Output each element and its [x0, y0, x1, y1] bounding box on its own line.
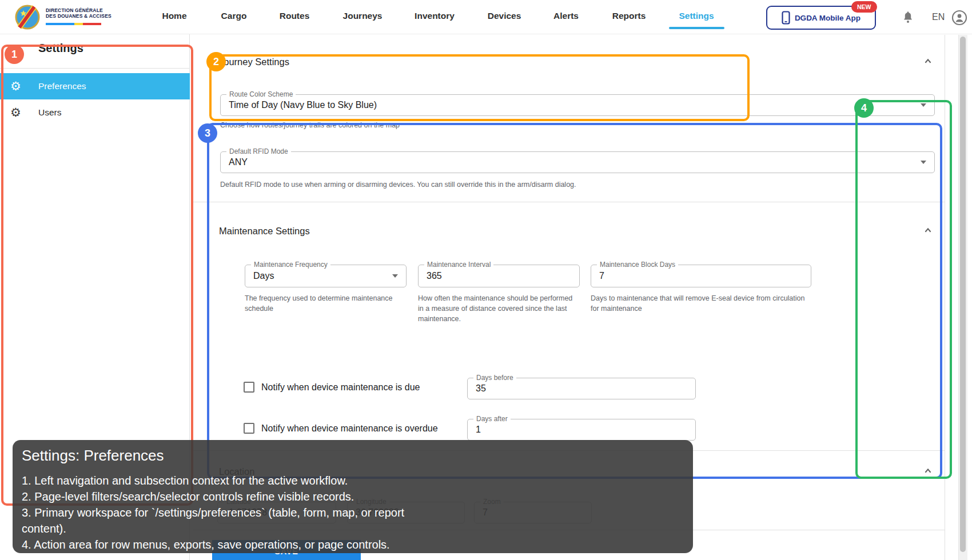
journey-settings-title: Journey Settings [219, 57, 289, 67]
days-after-field[interactable]: Days after 1 [467, 419, 696, 441]
active-tab-underline [669, 27, 724, 29]
brand-name: DIRECTION GÉNÉRALE DES DOUANES & ACCISES [46, 7, 111, 19]
scrollbar-thumb[interactable] [960, 37, 966, 552]
sidebar-item-label: Preferences [38, 81, 86, 91]
route-color-scheme-select[interactable]: Route Color Scheme Time of Day (Navy Blu… [220, 94, 935, 116]
route-color-scheme-value: Time of Day (Navy Blue to Sky Blue) [229, 95, 917, 115]
location-title: Location [219, 466, 254, 477]
dropdown-arrow-icon [921, 161, 926, 164]
settings-sidebar: Settings ⚙ Preferences ⚙ Users [0, 34, 190, 560]
section-divider [193, 450, 945, 451]
sidebar-title: Settings [38, 42, 83, 55]
zoom-field[interactable]: Zoom 7 [474, 502, 592, 523]
section-divider [193, 202, 945, 202]
maintenance-frequency-value: Days [253, 265, 389, 287]
zoom-value: 7 [483, 502, 574, 523]
mobile-app-label: DGDA Mobile App [795, 14, 861, 22]
nav-tab-cargo[interactable]: Cargo [221, 11, 247, 21]
maintenance-block-days-value: 7 [599, 265, 794, 287]
nav-tab-home[interactable]: Home [162, 11, 186, 21]
sidebar-item-users[interactable]: ⚙ Users [0, 99, 190, 126]
dropdown-arrow-icon [392, 274, 398, 278]
notify-overdue-label: Notify when device maintenance is overdu… [261, 423, 438, 434]
gear-icon: ⚙ [10, 79, 25, 93]
gear-icon: ⚙ [10, 106, 25, 119]
default-rfid-mode-select[interactable]: Default RFID Mode ANY [220, 151, 935, 173]
account-avatar-icon[interactable] [951, 10, 967, 26]
maintenance-settings-title: Maintenance Settings [219, 226, 310, 237]
collapse-chevron-icon[interactable] [922, 224, 934, 237]
dropdown-arrow-icon [921, 103, 926, 107]
save-button[interactable]: SAVE [212, 540, 361, 560]
maintenance-frequency-helper: The frequency used to determine maintena… [245, 293, 395, 314]
maintenance-interval-field[interactable]: Maintenance Interval 365 [418, 265, 580, 287]
default-rfid-mode-value: ANY [229, 152, 917, 173]
days-after-value: 1 [476, 419, 678, 440]
annotation-marker-3: 3 [198, 123, 217, 143]
notifications-bell-icon[interactable] [901, 11, 915, 25]
phone-icon [782, 11, 790, 25]
days-before-field[interactable]: Days before 35 [467, 378, 696, 399]
app-screen: DIRECTION GÉNÉRALE DES DOUANES & ACCISES… [0, 0, 972, 560]
sidebar-item-preferences[interactable]: ⚙ Preferences [0, 73, 190, 99]
language-selector[interactable]: EN [932, 12, 945, 22]
nav-tab-reports[interactable]: Reports [612, 11, 646, 21]
days-before-value: 35 [476, 378, 678, 399]
collapse-chevron-icon[interactable] [922, 465, 934, 477]
nav-tab-inventory[interactable]: Inventory [415, 11, 455, 21]
brand-line1: DIRECTION GÉNÉRALE [46, 7, 111, 13]
maintenance-block-days-helper: Days to maintenance that will remove E-s… [591, 293, 815, 314]
top-navbar: DIRECTION GÉNÉRALE DES DOUANES & ACCISES… [0, 0, 972, 34]
new-badge: NEW [851, 1, 877, 13]
notify-due-label: Notify when device maintenance is due [261, 382, 420, 393]
nav-tab-journeys[interactable]: Journeys [343, 11, 383, 21]
maintenance-block-days-field[interactable]: Maintenance Block Days 7 [591, 265, 811, 287]
notify-due-checkbox[interactable] [244, 382, 254, 393]
collapse-chevron-icon[interactable] [922, 55, 934, 67]
nav-tab-settings[interactable]: Settings [679, 11, 714, 21]
dgda-logo-icon [15, 5, 40, 30]
nav-tab-routes[interactable]: Routes [280, 11, 310, 21]
nav-tab-devices[interactable]: Devices [488, 11, 521, 21]
maintenance-interval-value: 365 [427, 265, 562, 287]
longitude-value: 36.790883 [356, 502, 447, 523]
section-divider [193, 530, 945, 530]
brand-tricolor-bar [46, 23, 101, 25]
brand-line2: DES DOUANES & ACCISES [46, 13, 111, 19]
longitude-field[interactable]: Longitude 36.790883 [347, 502, 465, 523]
notify-overdue-checkbox[interactable] [244, 423, 254, 434]
latitude-value: -1.271278 [226, 502, 318, 523]
latitude-field[interactable]: Latitude -1.271278 [217, 502, 336, 523]
content-card-border [945, 35, 945, 560]
nav-tab-alerts[interactable]: Alerts [553, 11, 579, 21]
sidebar-divider [0, 68, 190, 69]
maintenance-frequency-select[interactable]: Maintenance Frequency Days [245, 265, 407, 287]
default-rfid-mode-helper: Default RFID mode to use when arming or … [220, 179, 849, 190]
route-color-scheme-helper: Choose how routes/journey trails are col… [220, 120, 735, 130]
maintenance-interval-helper: How often the maintenance should be perf… [418, 293, 573, 324]
sidebar-item-label: Users [38, 107, 61, 118]
